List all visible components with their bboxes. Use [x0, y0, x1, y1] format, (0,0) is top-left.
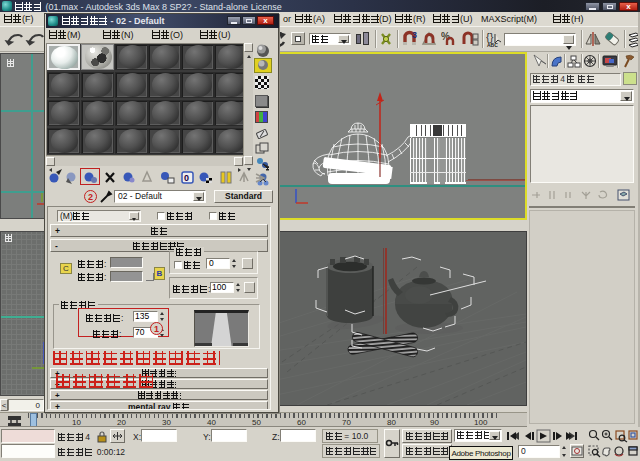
svg-text:3: 3	[412, 30, 417, 40]
svg-text:0: 0	[184, 173, 189, 183]
svg-text:ABC: ABC	[487, 42, 498, 48]
svg-text:%: %	[441, 31, 450, 42]
